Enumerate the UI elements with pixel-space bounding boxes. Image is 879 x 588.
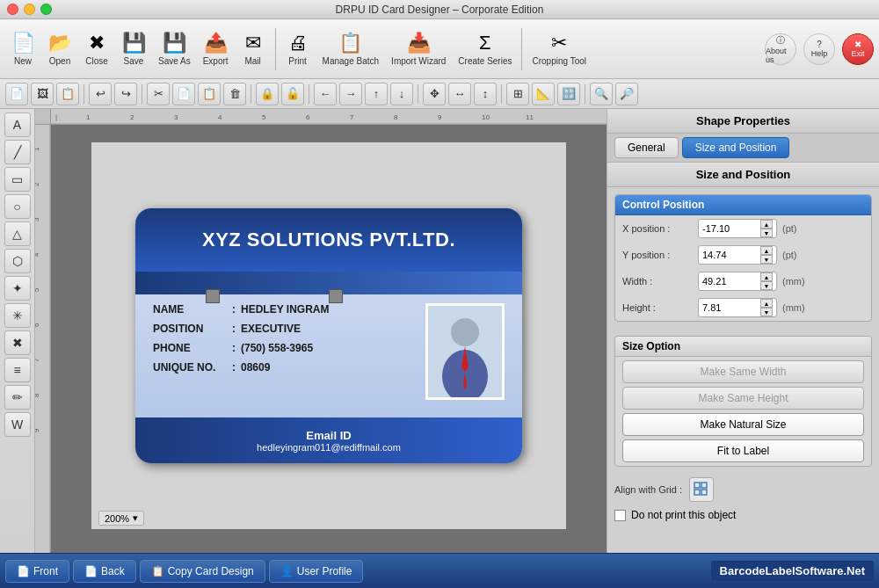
back-button[interactable]: 📄 Back [73,560,136,583]
tab-general[interactable]: General [614,137,679,158]
close-traffic-light[interactable] [7,4,18,15]
tool-polygon[interactable]: ⬡ [4,249,31,273]
toolbar-save-as[interactable]: 💾 Save As [153,28,196,69]
tb2-right[interactable]: → [339,83,362,105]
star-tool-icon: ✦ [12,281,23,295]
tb2-align-h[interactable]: ↔ [448,83,471,105]
tab-size-position-label: Size and Position [695,142,777,154]
toolbar-open[interactable]: 📂 Open [42,28,77,69]
x-spin-up[interactable]: ▲ [760,220,773,229]
tb2-lock[interactable]: 🔒 [256,83,279,105]
make-natural-size-button[interactable]: Make Natural Size [622,413,864,436]
y-spin-up[interactable]: ▲ [760,246,773,255]
tb2-up-icon: ↑ [374,87,380,100]
exit-button[interactable]: ✖ Exit [842,33,874,65]
tool-cross[interactable]: ✖ [4,330,31,355]
tb2-move[interactable]: ✥ [423,83,446,105]
tb2-redo[interactable]: ↪ [114,83,137,105]
width-label: Width : [622,276,693,287]
height-spin-down[interactable]: ▼ [760,308,773,316]
make-same-height-button[interactable]: Make Same Height [622,387,864,410]
y-position-input[interactable]: 14.74 ▲ ▼ [698,245,777,265]
height-label: Height : [622,302,693,313]
toolbar-close[interactable]: ✖ Close [79,28,114,69]
x-unit: (pt) [782,223,809,234]
user-profile-button[interactable]: 👤 User Profile [269,560,364,583]
svg-text:8: 8 [394,113,398,121]
width-spin-down[interactable]: ▼ [760,281,773,290]
tb2-delete[interactable]: 🗑 [223,83,246,105]
tool-word[interactable]: W [4,412,31,437]
width-input[interactable]: 49.21 ▲ ▼ [698,272,777,291]
toolbar-create-series[interactable]: Σ Create Series [453,28,517,69]
tb2-unlock[interactable]: 🔓 [281,83,304,105]
tb2-doc-copy[interactable]: 📄 [172,83,195,105]
drag-handle-right[interactable] [329,289,343,303]
tb2-paste-icon: 📋 [202,87,216,100]
open-icon: 📂 [48,32,72,54]
x-spin-down[interactable]: ▼ [760,229,773,237]
svg-text:4: 4 [35,252,40,257]
svg-text:|: | [55,113,57,121]
tb2-new[interactable]: 📄 [5,83,28,105]
tb2-down[interactable]: ↓ [390,83,413,105]
tool-pen[interactable]: ✏ [4,385,31,410]
do-not-print-checkbox[interactable] [614,510,626,521]
height-input[interactable]: 7.81 ▲ ▼ [698,298,777,317]
tb2-paste[interactable]: 📋 [198,83,221,105]
tool-ellipse[interactable]: ○ [4,194,31,219]
ruler-top: | 1 2 3 4 5 6 7 8 9 10 11 [51,109,607,124]
y-spin-down[interactable]: ▼ [760,255,773,264]
tb2-left[interactable]: ← [314,83,337,105]
copy-card-design-button[interactable]: 📋 Copy Card Design [140,560,265,583]
create-series-icon: Σ [479,32,491,54]
card-email-value: hedleyingram011@rediffmail.com [257,442,401,453]
tb2-text[interactable]: 🔡 [557,83,580,105]
tb2-grid[interactable]: ⊞ [506,83,529,105]
canvas-content: XYZ SOLUTIONS PVT.LTD. NAME [51,125,607,553]
tool-rect[interactable]: ▭ [4,167,31,192]
tool-lines[interactable]: ≡ [4,358,31,382]
tool-star[interactable]: ✦ [4,276,31,301]
x-position-input[interactable]: -17.10 ▲ ▼ [698,219,777,238]
help-button[interactable]: ? Help [803,33,835,65]
front-button[interactable]: 📄 Front [5,560,69,583]
canvas-with-ruler: 1 2 3 4 5 6 7 8 9 [35,125,607,553]
width-spin-up[interactable]: ▲ [760,272,773,281]
tb2-undo[interactable]: ↩ [89,83,112,105]
toolbar-new[interactable]: 📄 New [5,28,40,69]
tb2-up[interactable]: ↑ [365,83,388,105]
name-label: NAME [153,303,232,316]
height-spin-up[interactable]: ▲ [760,299,773,308]
tb2-table[interactable]: 📐 [532,83,555,105]
tb2-image[interactable]: 🖼 [31,83,54,105]
fit-to-label-button[interactable]: Fit to Label [622,439,864,462]
tool-line[interactable]: ╱ [4,140,31,164]
tb2-align-v[interactable]: ↕ [474,83,497,105]
grid-icon[interactable] [689,477,714,502]
drag-handle-left[interactable] [206,289,220,303]
minimize-traffic-light[interactable] [24,4,35,15]
tb2-zoom-in[interactable]: 🔍 [590,83,613,105]
toolbar-mail[interactable]: ✉ Mail [236,28,271,69]
tool-text[interactable]: A [4,113,31,137]
toolbar-manage-batch[interactable]: 📋 Manage Batch [317,28,385,69]
svg-text:7: 7 [350,113,354,121]
main-toolbar: 📄 New 📂 Open ✖ Close 💾 Save 💾 Save As 📤 … [0,19,879,79]
toolbar-export[interactable]: 📤 Export [198,28,234,69]
tool-triangle[interactable]: △ [4,221,31,246]
toolbar-print[interactable]: 🖨 Print [280,28,316,69]
tool-snowflake[interactable]: ✳ [4,303,31,328]
toolbar-import-wizard[interactable]: 📥 Import Wizard [386,28,451,69]
toolbar-save[interactable]: 💾 Save [116,28,151,69]
about-button[interactable]: ⓘ About us [765,33,796,65]
tb2-cut[interactable]: ✂ [147,83,170,105]
tb2-zoom-out[interactable]: 🔎 [615,83,638,105]
secondary-toolbar: 📄 🖼 📋 ↩ ↪ ✂ 📄 📋 🗑 🔒 🔓 ← → ↑ ↓ ✥ ↔ ↕ ⊞ 📐 … [0,79,879,109]
tab-size-position[interactable]: Size and Position [682,137,790,158]
tb2-copy[interactable]: 📋 [56,83,79,105]
toolbar-cropping-tool[interactable]: ✂ Cropping Tool [527,28,592,69]
make-same-width-button[interactable]: Make Same Width [622,360,864,383]
svg-text:3: 3 [174,113,178,121]
maximize-traffic-light[interactable] [40,4,52,15]
